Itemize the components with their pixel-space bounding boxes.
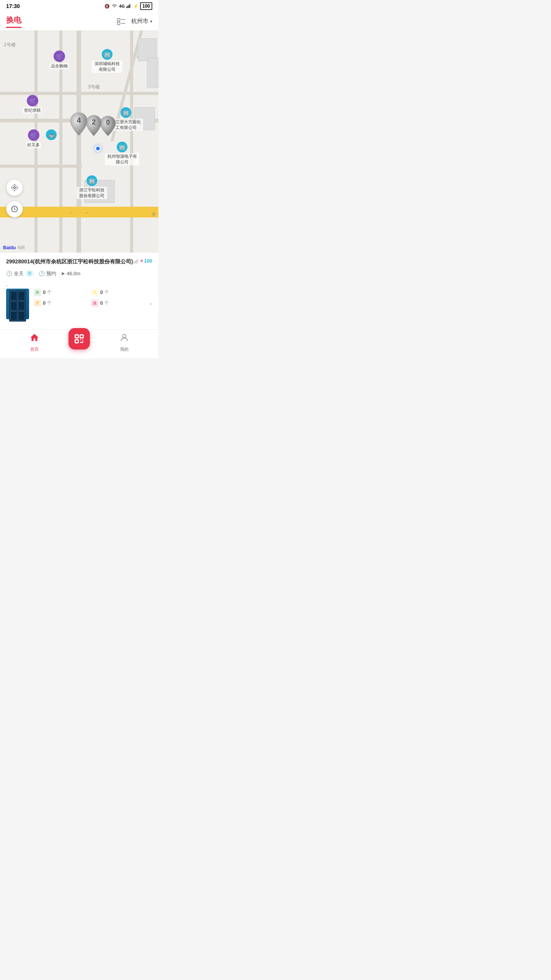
open-badge: 营 bbox=[25, 270, 34, 277]
navigation-icon: ➤ bbox=[61, 271, 65, 276]
poi-label-shijihualian: 世纪华联 bbox=[23, 107, 42, 114]
station-title: 299280014(杭州市余杭区浙江宇松科技股份有限公司) bbox=[6, 258, 152, 266]
city-selector[interactable]: 杭州市 ▾ bbox=[131, 18, 152, 25]
map-view[interactable]: ← → 21号楼 2号楼 3号楼 荆大线 永 🚌 🛒 品全购物 🛒 世纪华联 🛒… bbox=[0, 31, 158, 253]
slot-2 bbox=[18, 291, 25, 301]
svg-point-12 bbox=[12, 185, 17, 190]
scan-button[interactable] bbox=[68, 328, 90, 350]
baidu-logo: Baidu bbox=[3, 245, 16, 250]
pin-4[interactable]: 4 bbox=[69, 111, 89, 139]
nav-title[interactable]: 换电 bbox=[6, 15, 21, 28]
svg-rect-0 bbox=[126, 6, 127, 8]
clock-icon-1: 🕐 bbox=[6, 271, 12, 276]
gu-unit: 个 bbox=[104, 300, 109, 306]
locate-button[interactable] bbox=[6, 179, 23, 196]
city-name: 杭州市 bbox=[131, 18, 148, 25]
shopping-icon-3: 🛒 bbox=[28, 129, 39, 141]
battery-count-kong: 空 0 个 bbox=[34, 299, 88, 307]
chong-icon: 充 bbox=[91, 289, 99, 296]
svg-rect-19 bbox=[80, 335, 83, 338]
road-arrow-right: → bbox=[84, 209, 89, 215]
shopping-icon-1: 🛒 bbox=[54, 51, 65, 62]
poi-haoyouduo[interactable]: 🛒 好又多 bbox=[26, 129, 41, 148]
svg-rect-2 bbox=[129, 5, 129, 8]
poi-label-haoyouduo: 好又多 bbox=[26, 142, 41, 148]
road-h4 bbox=[0, 165, 82, 168]
road-h3 bbox=[0, 92, 158, 95]
profile-icon bbox=[119, 333, 129, 345]
grid-list-button[interactable] bbox=[114, 15, 128, 28]
status-bar: 17:30 🔇 4G ⚡ 100 bbox=[0, 0, 158, 12]
svg-point-21 bbox=[122, 334, 126, 338]
poi-shenzhenchengshuo[interactable]: 🏢 深圳城铄科技有限公司 bbox=[92, 49, 122, 73]
bottom-nav: 首页 我的 bbox=[0, 329, 158, 358]
poi-label-hangzhouzhiyuan: 杭州智源电子有限公司 bbox=[105, 153, 139, 165]
huan-count: 0 bbox=[43, 289, 46, 295]
mute-icon: 🔇 bbox=[104, 4, 110, 9]
svg-text:2: 2 bbox=[92, 118, 96, 126]
building-icon-4: 🏢 bbox=[86, 175, 97, 186]
reserve-info: 🕐 预约 bbox=[39, 270, 56, 277]
building-block-2 bbox=[147, 57, 158, 88]
mine-label: 我的 bbox=[120, 346, 129, 352]
slot-3 bbox=[10, 301, 17, 310]
poi-hangzhouzhiyuan[interactable]: 🏢 杭州智源电子有限公司 bbox=[105, 142, 139, 165]
hours-text: 全天 bbox=[14, 270, 24, 277]
poi-label-zhejiangusong: 浙江宇松科技股份有限公司 bbox=[77, 187, 107, 199]
svg-rect-17 bbox=[137, 259, 138, 263]
svg-rect-1 bbox=[127, 5, 128, 8]
history-button[interactable] bbox=[6, 201, 23, 217]
pin-cluster[interactable]: 4 2 bbox=[69, 111, 116, 139]
status-time: 17:30 bbox=[6, 3, 20, 9]
dash-separator: - bbox=[6, 283, 152, 289]
chong-count: 0 bbox=[100, 289, 103, 295]
svg-rect-16 bbox=[136, 260, 137, 263]
kong-count: 0 bbox=[43, 300, 46, 306]
shopping-icon-2: 🛒 bbox=[27, 95, 38, 106]
building-icon-1: 🏢 bbox=[102, 49, 112, 60]
bus-icon: 🚌 bbox=[46, 129, 57, 140]
distance-info: ➤ 46.0m bbox=[61, 271, 80, 276]
battery-icon: 100 bbox=[140, 2, 152, 10]
svg-rect-5 bbox=[117, 22, 120, 24]
poi-label-shenzhenchengshuo: 深圳城铄科技有限公司 bbox=[92, 60, 122, 73]
svg-text:4: 4 bbox=[77, 116, 81, 124]
poi-label-pinquangouwu: 品全购物 bbox=[50, 63, 69, 69]
svg-rect-4 bbox=[117, 18, 120, 21]
baidu-watermark: Baidu 地图 bbox=[0, 245, 28, 250]
building-icon-3: 🏢 bbox=[117, 142, 127, 152]
nav-mine[interactable]: 我的 bbox=[90, 333, 158, 352]
nav-home[interactable]: 首页 bbox=[0, 333, 68, 352]
battery-counts: 换 0 个 充 0 个 空 0 个 故 0 个 bbox=[34, 289, 145, 307]
info-panel: 299280014(杭州市余杭区浙江宇松科技股份有限公司) 🕐 全天 营 🕐 预… bbox=[0, 253, 158, 329]
battery-slots bbox=[9, 290, 26, 322]
huan-unit: 个 bbox=[47, 289, 52, 296]
clock-icon-2: 🕐 bbox=[39, 271, 45, 276]
status-icons: 🔇 4G ⚡ 100 bbox=[104, 2, 152, 10]
battery-count-gu: 故 0 个 bbox=[91, 299, 145, 307]
building-icon-2: 🏢 bbox=[121, 107, 131, 118]
svg-rect-15 bbox=[134, 261, 135, 263]
top-nav: 换电 杭州市 ▾ bbox=[0, 12, 158, 31]
bus-marker[interactable]: 🚌 bbox=[46, 129, 57, 140]
baidu-text: 地图 bbox=[17, 245, 25, 250]
slot-5 bbox=[10, 311, 17, 320]
signal-x-icon: ✕ bbox=[140, 259, 143, 263]
reserve-text: 预约 bbox=[46, 270, 56, 277]
svg-rect-20 bbox=[75, 340, 78, 343]
road-vertical-1 bbox=[77, 31, 81, 253]
chevron-down-icon: ▾ bbox=[150, 19, 152, 24]
wifi-icon bbox=[111, 3, 117, 9]
huan-icon: 换 bbox=[34, 289, 41, 296]
poi-pinquangouwu[interactable]: 🛒 品全购物 bbox=[50, 51, 69, 69]
lightning-icon: ⚡ bbox=[133, 4, 139, 9]
poi-zhejiangusong[interactable]: 🏢 浙江宇松科技股份有限公司 bbox=[77, 175, 107, 199]
battery-info-row: 换 0 个 充 0 个 空 0 个 故 0 个 - bbox=[6, 289, 152, 319]
poi-shijihualian[interactable]: 🛒 世纪华联 bbox=[23, 95, 42, 114]
battery-count-huan: 换 0 个 bbox=[34, 289, 88, 296]
slot-4 bbox=[18, 301, 25, 310]
hours-info: 🕐 全天 营 bbox=[6, 270, 34, 277]
gu-icon: 故 bbox=[91, 299, 99, 307]
chong-unit: 个 bbox=[104, 289, 109, 296]
signal-badge: ✕ 100 bbox=[133, 258, 152, 264]
